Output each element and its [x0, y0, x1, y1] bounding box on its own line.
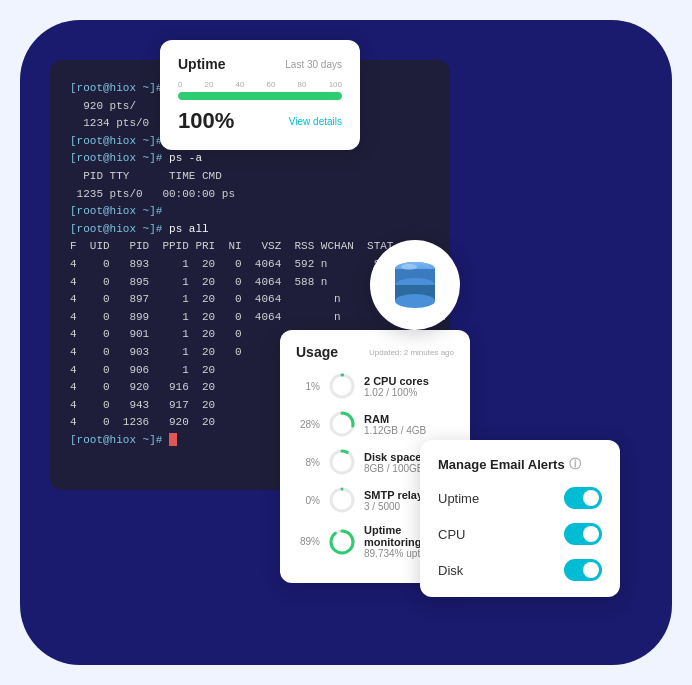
uptime-bar-background	[178, 92, 342, 100]
uptime-subtitle: Last 30 days	[285, 59, 342, 70]
view-details-link[interactable]: View details	[289, 116, 342, 127]
ram-circle	[328, 410, 356, 438]
svg-point-6	[401, 264, 417, 270]
db-icon-card	[370, 240, 460, 330]
smtp-percent: 0%	[296, 495, 320, 506]
cpu-toggle[interactable]	[564, 523, 602, 545]
svg-point-5	[395, 294, 435, 308]
cpu-percent: 1%	[296, 381, 320, 392]
usage-updated: Updated: 2 minutes ago	[369, 348, 454, 357]
disk-label: Disk space	[364, 451, 423, 463]
cpu-value: 1.02 / 100%	[364, 387, 429, 398]
cpu-alert-label: CPU	[438, 527, 465, 542]
email-alerts-card: Manage Email Alerts ⓘ Uptime CPU Disk	[420, 440, 620, 597]
uptime-mon-percent: 89%	[296, 536, 320, 547]
uptime-toggle[interactable]	[564, 487, 602, 509]
smtp-circle	[328, 486, 356, 514]
disk-percent: 8%	[296, 457, 320, 468]
uptime-scale: 020406080100	[178, 80, 342, 89]
disk-circle	[328, 448, 356, 476]
ram-percent: 28%	[296, 419, 320, 430]
usage-item-ram: 28% RAM 1.12GB / 4GB	[296, 410, 454, 438]
usage-item-cpu: 1% 2 CPU cores 1.02 / 100%	[296, 372, 454, 400]
uptime-mon-circle	[328, 528, 356, 556]
disk-toggle[interactable]	[564, 559, 602, 581]
svg-point-16	[331, 531, 353, 553]
email-row-cpu: CPU	[438, 523, 602, 545]
cpu-circle	[328, 372, 356, 400]
uptime-bar-fill	[178, 92, 342, 100]
email-alerts-title: Manage Email Alerts ⓘ	[438, 456, 602, 473]
uptime-card: Uptime Last 30 days 020406080100 100% Vi…	[160, 40, 360, 150]
uptime-title: Uptime	[178, 56, 225, 72]
info-icon: ⓘ	[569, 456, 581, 473]
database-icon	[385, 255, 445, 315]
uptime-percent-label: 100%	[178, 108, 234, 134]
svg-point-11	[331, 451, 353, 473]
disk-value: 8GB / 100GB	[364, 463, 423, 474]
svg-point-13	[331, 489, 353, 511]
svg-point-7	[331, 375, 353, 397]
email-row-uptime: Uptime	[438, 487, 602, 509]
usage-title: Usage	[296, 344, 338, 360]
uptime-alert-label: Uptime	[438, 491, 479, 506]
email-row-disk: Disk	[438, 559, 602, 581]
ram-label: RAM	[364, 413, 426, 425]
ram-value: 1.12GB / 4GB	[364, 425, 426, 436]
disk-alert-label: Disk	[438, 563, 463, 578]
cpu-label: 2 CPU cores	[364, 375, 429, 387]
